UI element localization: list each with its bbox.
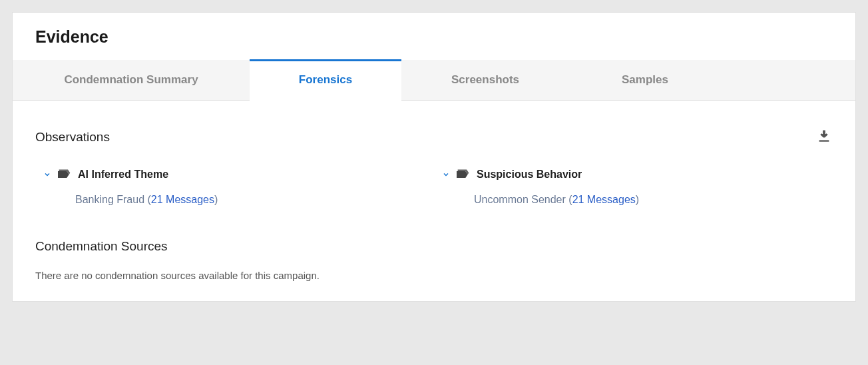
observation-group: AI Inferred Theme Banking Fraud (21 Mess… xyxy=(35,169,434,206)
tab-forensics[interactable]: Forensics xyxy=(250,59,401,101)
tab-samples[interactable]: Samples xyxy=(569,60,721,100)
tab-content: Observations xyxy=(13,101,855,301)
observation-group-toggle[interactable]: AI Inferred Theme xyxy=(43,169,434,181)
observation-group-title: AI Inferred Theme xyxy=(78,169,168,181)
tab-label: Forensics xyxy=(299,73,352,86)
observation-item-label: Uncommon Sender xyxy=(474,194,566,205)
tab-screenshots[interactable]: Screenshots xyxy=(401,60,569,100)
observation-item: Banking Fraud (21 Messages) xyxy=(43,194,434,206)
observation-group-toggle[interactable]: Suspicious Behavior xyxy=(442,169,833,181)
tab-label: Screenshots xyxy=(451,73,519,86)
tab-label: Condemnation Summary xyxy=(64,73,198,86)
tag-icon xyxy=(58,169,71,180)
tag-icon xyxy=(457,169,470,180)
evidence-panel: Evidence Condemnation Summary Forensics … xyxy=(12,12,856,302)
observation-item-count-link[interactable]: 21 Messages xyxy=(572,194,636,205)
observation-group-title: Suspicious Behavior xyxy=(477,169,582,181)
observation-item-count-link[interactable]: 21 Messages xyxy=(151,194,214,205)
paren-close: ) xyxy=(214,194,218,205)
chevron-down-icon xyxy=(43,171,51,179)
condemnation-sources-title: Condemnation Sources xyxy=(35,239,833,254)
observations-title: Observations xyxy=(35,130,110,145)
panel-title: Evidence xyxy=(35,27,833,47)
condemnation-sources-empty-text: There are no condemnation sources availa… xyxy=(35,270,833,281)
download-icon xyxy=(817,134,831,145)
observations-grid: AI Inferred Theme Banking Fraud (21 Mess… xyxy=(35,169,833,206)
panel-header: Evidence xyxy=(13,13,855,60)
paren-close: ) xyxy=(636,194,639,205)
svg-rect-0 xyxy=(819,140,829,141)
download-button[interactable] xyxy=(815,127,833,147)
tabs-container: Condemnation Summary Forensics Screensho… xyxy=(13,60,855,101)
chevron-down-icon xyxy=(442,171,450,179)
observation-item: Uncommon Sender (21 Messages) xyxy=(442,194,833,206)
observations-header-row: Observations xyxy=(35,127,833,147)
observation-group: Suspicious Behavior Uncommon Sender (21 … xyxy=(434,169,833,206)
tab-condemnation-summary[interactable]: Condemnation Summary xyxy=(13,60,250,100)
tab-label: Samples xyxy=(622,73,668,86)
observation-item-label: Banking Fraud xyxy=(75,194,144,205)
